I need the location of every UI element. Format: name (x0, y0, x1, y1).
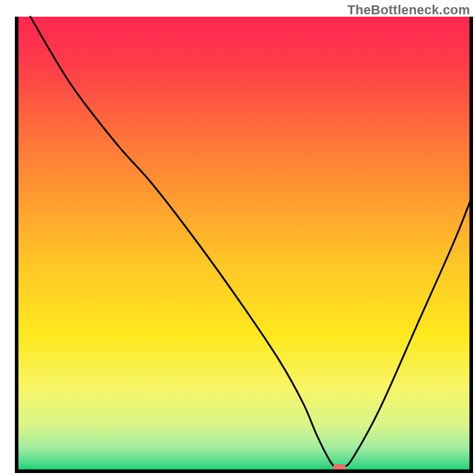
gradient-background (17, 17, 471, 471)
bottleneck-chart: TheBottleneck.com (0, 0, 476, 476)
watermark-text: TheBottleneck.com (347, 2, 470, 18)
chart-svg (0, 0, 476, 476)
